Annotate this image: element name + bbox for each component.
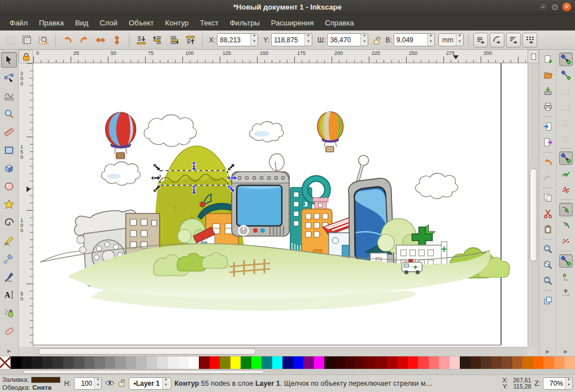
palette-swatch-6[interactable] (63, 356, 73, 369)
menu-item-0[interactable]: Файл (5, 16, 33, 29)
menu-item-8[interactable]: Расширения (266, 16, 319, 29)
x-input[interactable] (217, 34, 250, 46)
menu-item-2[interactable]: Вид (70, 16, 94, 29)
rotate-cw-icon[interactable] (77, 33, 92, 47)
palette-swatch-25[interactable] (262, 356, 272, 369)
palette-swatch-16[interactable] (168, 356, 178, 369)
palette-swatch-26[interactable] (272, 356, 282, 369)
palette-swatch-32[interactable] (335, 356, 345, 369)
layer-arrows[interactable]: ▲▼ (162, 378, 169, 389)
move-patterns-toggle[interactable] (522, 33, 537, 47)
fill-stroke-indicator[interactable]: Заливка: Обводка: Снята (2, 376, 60, 391)
palette-swatch-28[interactable] (293, 356, 303, 369)
palette-swatch-34[interactable] (355, 356, 365, 369)
palette-swatch-8[interactable] (84, 356, 94, 369)
palette-swatch-22[interactable] (230, 356, 241, 369)
palette-swatch-51[interactable] (533, 356, 543, 369)
vertical-ruler[interactable]: 20015010050 (19, 63, 33, 347)
cut-icon[interactable] (541, 207, 555, 220)
vertical-scrollbar-thumb[interactable] (530, 168, 537, 262)
palette-swatch-52[interactable] (543, 356, 554, 369)
copy-icon[interactable] (541, 191, 555, 204)
height-spinbox[interactable]: ▲▼ (394, 33, 435, 46)
width-input[interactable] (328, 34, 360, 46)
y-input[interactable] (272, 34, 304, 46)
move-to-page-button[interactable] (528, 50, 539, 63)
layer-visibility-icon[interactable] (105, 379, 115, 389)
snap-to-paths-icon[interactable] (559, 167, 573, 181)
palette-swatch-39[interactable] (408, 356, 418, 369)
y-spinbox[interactable]: ▲▼ (271, 33, 312, 46)
menu-item-7[interactable]: Фильтры (225, 16, 265, 29)
snap-object-centers-icon[interactable] (559, 270, 573, 284)
palette-swatch-12[interactable] (126, 356, 136, 369)
palette-swatch-3[interactable] (32, 356, 42, 369)
snap-bbox-icon[interactable] (559, 68, 573, 82)
flip-horizontal-icon[interactable] (93, 33, 108, 47)
import-icon[interactable] (541, 120, 555, 133)
palette-swatch-23[interactable] (241, 356, 251, 369)
tool-star[interactable] (1, 197, 17, 212)
x-spinbox[interactable]: ▲▼ (217, 33, 258, 46)
palette-swatch-18[interactable] (189, 356, 199, 369)
tool-spray[interactable] (1, 305, 17, 321)
menu-item-9[interactable]: Справка (320, 16, 359, 29)
menu-item-3[interactable]: Слой (94, 16, 123, 29)
guide-lock-icon[interactable] (19, 50, 33, 63)
palette-swatch-20[interactable] (210, 356, 220, 369)
palette-swatch-9[interactable] (94, 356, 104, 369)
palette-swatch-50[interactable] (522, 356, 533, 369)
menu-item-6[interactable]: Текст (195, 16, 224, 29)
x-spin-arrows[interactable]: ▲▼ (250, 34, 258, 46)
undo-icon[interactable] (541, 155, 555, 169)
palette-swatch-29[interactable] (303, 356, 313, 369)
menu-item-1[interactable]: Правка (34, 16, 69, 29)
opacity-input[interactable] (75, 378, 94, 389)
new-document-icon[interactable] (541, 53, 555, 66)
zoom-page-icon[interactable] (541, 274, 555, 288)
raise-icon[interactable] (167, 33, 181, 47)
tool-tweak[interactable] (1, 88, 17, 104)
tool-pencil[interactable] (1, 233, 17, 249)
palette-swatch-14[interactable] (147, 356, 157, 369)
layer-selector[interactable]: •Layer 1 ▲▼ (129, 377, 171, 390)
snap-expander[interactable]: ▶ (564, 349, 567, 354)
zoom-spinbox[interactable]: ▲▼ (543, 377, 573, 390)
zoom-selection-icon[interactable] (541, 242, 555, 256)
horizontal-scrollbar[interactable] (33, 347, 528, 356)
palette-swatch-1[interactable] (11, 356, 21, 369)
snap-smooth-nodes-icon[interactable] (559, 219, 573, 232)
palette-swatch-41[interactable] (429, 356, 439, 369)
snap-rotation-centers-icon[interactable] (559, 286, 573, 299)
palette-swatch-43[interactable] (450, 356, 460, 369)
units-arrows[interactable]: ▲▼ (456, 34, 463, 46)
snap-cusp-nodes-icon[interactable] (559, 203, 573, 216)
tool-spiral[interactable] (1, 215, 17, 230)
palette-swatch-40[interactable] (418, 356, 428, 369)
width-spinbox[interactable]: ▲▼ (327, 33, 368, 46)
snap-bbox-edges-icon[interactable] (559, 84, 573, 98)
palette-swatch-27[interactable] (282, 356, 293, 369)
snap-enable-icon[interactable] (559, 53, 573, 66)
snap-bbox-centers-icon[interactable] (559, 132, 573, 145)
palette-swatch-37[interactable] (387, 356, 397, 369)
tool-eraser[interactable] (1, 323, 17, 339)
canvas[interactable] (33, 63, 528, 347)
lock-ratio-icon[interactable] (372, 33, 382, 47)
save-icon[interactable] (541, 84, 555, 98)
y-spin-arrows[interactable]: ▲▼ (304, 34, 312, 46)
print-icon[interactable] (541, 100, 555, 114)
open-icon[interactable] (541, 68, 555, 82)
titlebar[interactable]: *Новый документ 1 - Inkscape − ▢ × (0, 0, 575, 15)
palette-swatch-11[interactable] (115, 356, 125, 369)
palette-swatch-53[interactable] (554, 356, 564, 369)
tool-selector[interactable] (1, 52, 17, 68)
palette-swatch-5[interactable] (53, 356, 63, 369)
lower-icon[interactable] (150, 33, 165, 47)
palette-swatch-49[interactable] (512, 356, 522, 369)
palette-swatch-17[interactable] (178, 356, 188, 369)
palette-swatch-31[interactable] (324, 356, 334, 369)
zoom-input[interactable] (543, 378, 565, 389)
palette-swatch-45[interactable] (471, 356, 481, 369)
tool-box-3d[interactable] (1, 160, 17, 176)
